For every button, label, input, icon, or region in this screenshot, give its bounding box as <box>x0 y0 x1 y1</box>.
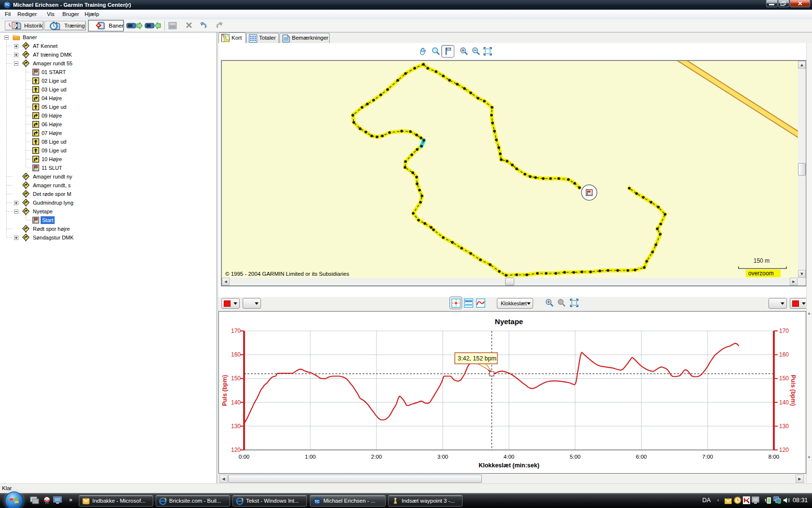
svg-text:3:00: 3:00 <box>437 454 448 460</box>
svg-text:130: 130 <box>779 423 789 430</box>
svg-text:170: 170 <box>779 328 789 334</box>
svg-text:Puls (bpm): Puls (bpm) <box>221 375 228 406</box>
svg-text:4:00: 4:00 <box>504 454 514 460</box>
svg-text:2:00: 2:00 <box>371 454 382 460</box>
svg-text:© 1995 - 2004 GARMIN Limited o: © 1995 - 2004 GARMIN Limited or its Subs… <box>225 271 349 277</box>
svg-text:Nyetape: Nyetape <box>495 317 523 326</box>
svg-text:3:42, 152 bpm: 3:42, 152 bpm <box>458 355 496 362</box>
svg-text:TC: TC <box>315 500 319 503</box>
svg-text:150 m: 150 m <box>754 257 769 264</box>
svg-text:170: 170 <box>231 328 241 334</box>
svg-text:120: 120 <box>231 447 241 453</box>
svg-text:140: 140 <box>779 399 789 406</box>
svg-text:5:00: 5:00 <box>570 454 580 460</box>
svg-text:8:00: 8:00 <box>768 454 779 460</box>
svg-text:6:00: 6:00 <box>636 454 647 460</box>
svg-text:overzoom: overzoom <box>748 270 774 277</box>
svg-text:Puls (bpm): Puls (bpm) <box>790 375 797 406</box>
svg-text:0:00: 0:00 <box>239 454 249 460</box>
svg-text:160: 160 <box>231 351 241 358</box>
svg-text:7:00: 7:00 <box>702 454 713 460</box>
svg-text:150: 150 <box>779 375 789 382</box>
svg-text:120: 120 <box>779 447 789 453</box>
svg-text:130: 130 <box>231 423 241 430</box>
svg-text:140: 140 <box>231 399 241 406</box>
svg-text:1:00: 1:00 <box>305 454 316 460</box>
svg-text:150: 150 <box>231 375 241 382</box>
svg-text:Klokkeslæt (min:sek): Klokkeslæt (min:sek) <box>478 462 539 469</box>
svg-text:160: 160 <box>779 351 789 358</box>
